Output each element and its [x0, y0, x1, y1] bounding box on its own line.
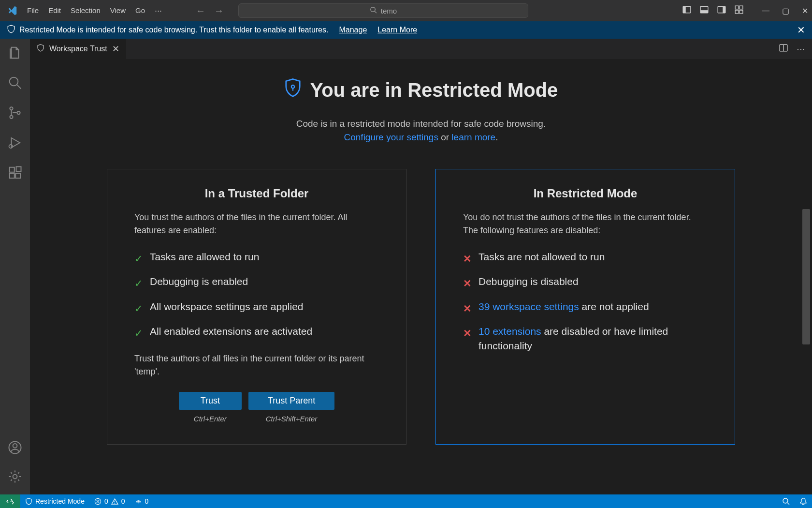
menu-file[interactable]: File [22, 3, 44, 18]
page-title: You are in Restricted Mode [284, 78, 558, 102]
hero-subtitle: Code is in a restricted mode intended fo… [64, 119, 778, 129]
command-center[interactable]: temo [238, 3, 528, 18]
customize-layout-icon[interactable] [735, 5, 743, 16]
banner-learn-more-link[interactable]: Learn More [377, 26, 417, 34]
svg-point-33 [115, 503, 115, 503]
svg-point-14 [10, 107, 13, 110]
svg-rect-8 [735, 6, 739, 9]
scrollbar-thumb[interactable] [802, 209, 810, 344]
menu-view[interactable]: View [105, 3, 130, 18]
svg-line-1 [375, 11, 377, 13]
activity-bar [0, 39, 30, 494]
status-notifications-icon[interactable] [795, 497, 812, 505]
svg-point-24 [13, 475, 17, 479]
svg-rect-18 [10, 167, 14, 172]
check-icon: ✓ [134, 276, 143, 290]
svg-point-27 [291, 85, 294, 88]
menu-edit[interactable]: Edit [44, 3, 66, 18]
learn-more-link[interactable]: learn more [451, 132, 495, 142]
run-debug-icon[interactable] [8, 135, 22, 152]
x-icon: ✕ [463, 301, 472, 315]
command-center-text: temo [381, 7, 397, 15]
vscode-logo-icon [7, 5, 18, 16]
list-item: ✓Debugging is enabled [134, 274, 379, 290]
menu-go[interactable]: Go [130, 3, 150, 18]
editor-area: Workspace Trust ✕ ⋯ You are in Restricte… [30, 39, 812, 494]
svg-rect-9 [740, 6, 743, 9]
trusted-folder-card: In a Trusted Folder You trust the author… [107, 169, 406, 445]
maximize-icon[interactable]: ▢ [782, 6, 789, 15]
workspace-settings-link[interactable]: 39 workspace settings [478, 301, 579, 312]
restricted-mode-card: In Restricted Mode You do not trust the … [435, 169, 735, 445]
nav-arrows: ← → [196, 5, 224, 16]
source-control-icon[interactable] [8, 105, 22, 122]
svg-rect-10 [735, 10, 739, 14]
shield-icon [7, 25, 15, 35]
toggle-secondary-sidebar-icon[interactable] [717, 5, 726, 16]
restricted-mode-banner: Restricted Mode is intended for safe cod… [0, 21, 812, 39]
x-icon: ✕ [463, 276, 472, 290]
banner-close-icon[interactable]: ✕ [797, 24, 805, 36]
list-item: ✕Debugging is disabled [463, 274, 708, 290]
menu-selection[interactable]: Selection [66, 3, 105, 18]
remote-indicator[interactable] [0, 494, 20, 508]
list-item: ✓All enabled extensions are activated [134, 324, 379, 340]
tab-more-icon[interactable]: ⋯ [797, 44, 805, 54]
status-ports[interactable]: 0 [130, 494, 154, 508]
svg-point-16 [17, 111, 20, 114]
trust-shortcut: Ctrl+Enter [179, 415, 242, 423]
status-restricted-mode[interactable]: Restricted Mode [20, 494, 89, 508]
svg-point-23 [13, 444, 17, 448]
settings-gear-icon[interactable] [8, 469, 22, 486]
minimize-icon[interactable]: — [762, 6, 769, 15]
menu-more[interactable]: ⋯ [150, 3, 167, 18]
svg-rect-7 [723, 6, 725, 13]
workspace-trust-editor: You are in Restricted Mode Code is in a … [30, 59, 812, 494]
svg-point-0 [371, 7, 375, 12]
split-editor-icon[interactable] [779, 44, 788, 55]
list-item: ✓Tasks are allowed to run [134, 250, 379, 266]
title-bar: File Edit Selection View Go ⋯ ← → temo —… [0, 0, 812, 21]
accounts-icon[interactable] [8, 440, 22, 457]
search-icon [370, 6, 377, 15]
extensions-icon[interactable] [8, 165, 22, 182]
tab-title: Workspace Trust [49, 45, 107, 53]
toggle-panel-icon[interactable] [700, 5, 709, 16]
svg-point-15 [10, 116, 13, 119]
svg-line-36 [787, 503, 789, 505]
tab-bar: Workspace Trust ✕ ⋯ [30, 39, 812, 59]
trust-button[interactable]: Trust [179, 392, 242, 410]
restricted-card-title: In Restricted Mode [463, 187, 708, 200]
close-window-icon[interactable]: ✕ [802, 6, 808, 15]
tab-close-icon[interactable]: ✕ [112, 44, 119, 54]
explorer-icon[interactable] [8, 45, 22, 62]
check-icon: ✓ [134, 326, 143, 340]
extensions-link[interactable]: 10 extensions [478, 326, 541, 337]
configure-settings-link[interactable]: Configure your settings [344, 132, 438, 142]
trust-parent-shortcut: Ctrl+Shift+Enter [248, 415, 334, 423]
trust-parent-button[interactable]: Trust Parent [248, 392, 334, 410]
banner-manage-link[interactable]: Manage [339, 26, 367, 34]
svg-point-12 [10, 77, 18, 86]
tab-workspace-trust[interactable]: Workspace Trust ✕ [30, 39, 127, 59]
svg-rect-19 [10, 173, 14, 178]
svg-line-13 [17, 85, 21, 89]
svg-point-35 [783, 498, 788, 503]
svg-point-34 [138, 502, 139, 503]
nav-forward-icon[interactable]: → [214, 5, 224, 16]
svg-rect-21 [16, 167, 21, 172]
restricted-card-desc: You do not trust the authors of the file… [463, 211, 708, 237]
list-item: ✕10 extensions are disabled or have limi… [463, 324, 708, 353]
svg-point-17 [9, 145, 13, 149]
list-item: ✕39 workspace settings are not applied [463, 299, 708, 315]
shield-lock-icon [284, 78, 302, 102]
status-problems[interactable]: 0 0 [89, 494, 130, 508]
search-activity-icon[interactable] [8, 75, 22, 92]
svg-rect-20 [15, 173, 20, 178]
list-item: ✕Tasks are not allowed to run [463, 250, 708, 266]
trusted-card-footer: Trust the authors of all files in the cu… [134, 352, 379, 378]
toggle-primary-sidebar-icon[interactable] [682, 5, 691, 16]
nav-back-icon[interactable]: ← [196, 5, 205, 16]
status-feedback-icon[interactable] [777, 497, 795, 505]
x-icon: ✕ [463, 252, 472, 266]
